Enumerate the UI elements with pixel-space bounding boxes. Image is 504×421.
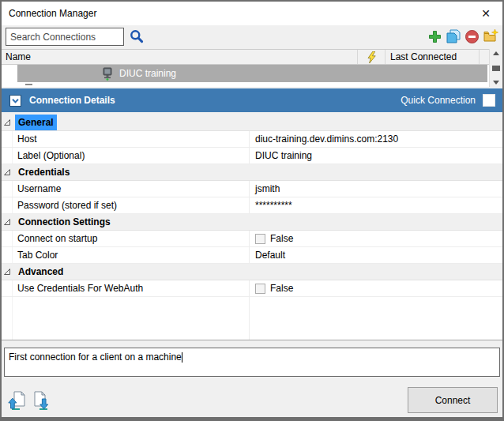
property-value[interactable]: jsmith [250,181,502,197]
expander-icon[interactable] [3,118,11,126]
property-row-tab-color[interactable]: Tab Color Default [2,247,502,264]
toolbar [2,25,502,49]
property-label: Connect on startup [13,231,250,246]
column-header-last-connected[interactable]: Last Connected [386,50,480,64]
property-label: Use Credentials For WebAuth [13,280,250,296]
server-icon [101,67,114,81]
details-title: Connection Details [29,95,115,106]
category-row-advanced[interactable]: Advanced [2,264,502,280]
category-title: Credentials [15,164,73,180]
collapse-details-checkbox[interactable] [9,95,21,107]
export-connections-icon [33,390,53,412]
copy-connection-button[interactable] [446,28,461,44]
expander-icon[interactable] [3,218,11,226]
column-header-name[interactable]: Name [2,50,357,64]
quick-connection-label: Quick Connection [401,95,476,106]
property-row-password[interactable]: Password (stored if set) ********** [2,197,502,214]
category-title: Advanced [15,264,66,280]
tree-expander-icon[interactable] [25,84,32,85]
property-label: Username [13,181,250,197]
notes-input[interactable]: First connection for a client on a machi… [4,348,500,377]
connection-name: DIUC training [119,68,176,79]
lightning-icon [367,51,376,63]
new-folder-icon [483,28,498,44]
next-row-partial [2,82,489,87]
expander-icon[interactable] [3,268,11,276]
property-row-connect-on-startup[interactable]: Connect on startup False [2,231,502,247]
category-row-connection-settings[interactable]: Connection Settings [2,214,502,231]
delete-connection-button[interactable] [465,29,480,44]
list-header: Name Last Connected [2,49,489,65]
category-row-general[interactable]: General [2,115,502,131]
remove-icon [465,29,480,44]
connection-manager-window: Connection Manager ✕ [0,0,504,421]
add-icon [427,29,442,44]
footer: Connect [2,378,502,417]
new-folder-button[interactable] [483,28,498,44]
chevron-down-icon [9,95,21,107]
import-connections-icon [7,390,27,412]
scroll-down-icon[interactable] [493,81,499,85]
search-input[interactable] [6,28,124,46]
toolbar-actions [427,28,498,44]
property-row-username[interactable]: Username jsmith [2,181,502,197]
scrollbar-thumb[interactable] [492,66,500,71]
property-row-webauth[interactable]: Use Credentials For WebAuth False [2,280,502,297]
category-title: Connection Settings [15,214,114,230]
column-header-status[interactable] [357,50,386,64]
copy-icon [446,28,461,44]
property-label: Label (Optional) [13,148,250,164]
property-value: False [250,280,502,296]
export-connections-button[interactable] [33,390,53,412]
grid-empty-area [2,297,502,340]
property-label: Host [13,131,250,147]
column-filler [480,50,489,64]
close-button[interactable]: ✕ [469,2,502,25]
window-title: Connection Manager [9,8,96,19]
title-bar: Connection Manager ✕ [2,2,502,25]
property-row-host[interactable]: Host diuc-training.dev.dimins.com:2130 [2,131,502,148]
expander-icon[interactable] [3,168,11,176]
category-title: General [15,115,57,130]
selected-row-highlight: DIUC training [17,65,487,82]
connection-row[interactable]: DIUC training [2,65,489,82]
quick-connection-checkbox[interactable] [483,94,495,107]
list-scrollbar[interactable] [489,49,502,87]
property-value: False [250,231,502,246]
add-connection-button[interactable] [427,29,442,44]
property-row-label[interactable]: Label (Optional) DIUC training [2,148,502,164]
text-caret [182,352,182,363]
property-value[interactable]: DIUC training [250,148,502,164]
property-label: Password (stored if set) [13,197,250,213]
scroll-up-icon[interactable] [493,51,499,55]
property-value[interactable]: diuc-training.dev.dimins.com:2130 [250,131,502,147]
category-row-credentials[interactable]: Credentials [2,164,502,181]
import-connections-button[interactable] [7,390,27,412]
connection-details-bar: Connection Details Quick Connection [2,88,502,112]
close-icon: ✕ [481,7,491,20]
notes-text: First connection for a client on a machi… [9,351,182,363]
search-icon[interactable] [129,28,145,44]
connect-button[interactable]: Connect [408,387,498,413]
checkbox-unchecked-icon[interactable] [255,234,265,244]
property-value[interactable]: Default [250,247,502,263]
connection-list: Name Last Connected [2,49,502,87]
footer-io-buttons [7,390,53,412]
property-label: Tab Color [13,247,250,263]
property-value[interactable]: ********** [250,197,502,213]
property-grid: General Host diuc-training.dev.dimins.co… [2,115,502,340]
checkbox-unchecked-icon[interactable] [255,284,265,294]
